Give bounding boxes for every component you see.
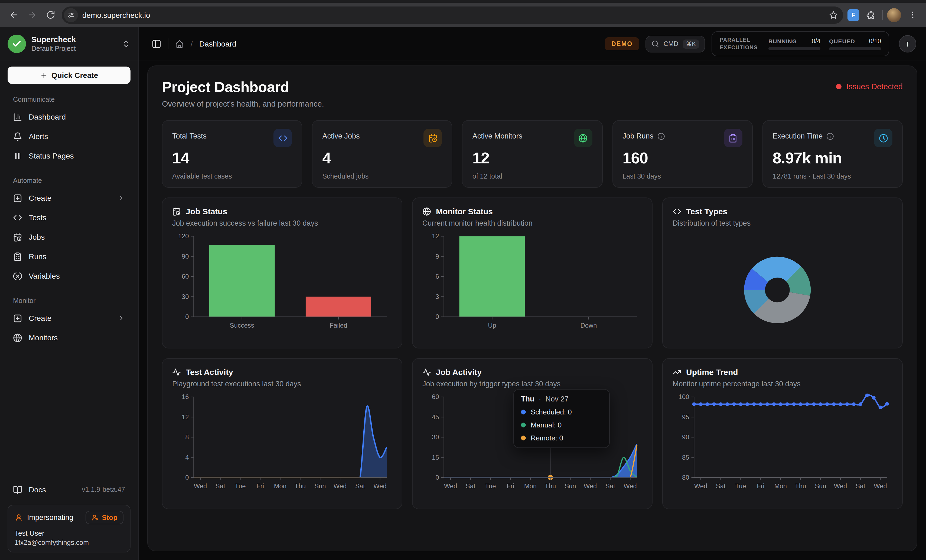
browser-menu-icon[interactable] [905,8,920,22]
sidebar-item-monitors[interactable]: Monitors [8,328,130,347]
demo-badge: DEMO [605,37,639,50]
info-icon[interactable] [826,132,834,140]
chart-tooltip: Thu · Nov 27 Scheduled: 0 Manual: 0 Remo… [513,389,610,448]
svg-text:Sat: Sat [355,482,365,490]
stat-footnote: of 12 total [472,173,592,180]
svg-text:Sat: Sat [466,482,475,490]
job-activity-chart: 015304560WedSatTueFriMonThuSunWedSatWed … [422,391,642,500]
sidebar-item-label: Create [29,314,51,323]
address-bar[interactable]: demo.supercheck.io [62,6,843,24]
version-label: v1.1.9-beta.47 [82,486,125,494]
monitor-status-card: Monitor Status Current monitor health di… [412,198,652,349]
home-icon[interactable] [175,39,184,48]
sidebar-item-jobs[interactable]: Jobs [8,228,130,246]
stat-footnote: 12781 runs · Last 30 days [773,173,893,180]
screen: demo.supercheck.io F Supercheck Default … [0,0,926,560]
quick-create-button[interactable]: Quick Create [8,66,130,84]
reload-icon [43,8,57,22]
sidebar-item-docs[interactable]: Docs v1.1.9-beta.47 [8,481,130,498]
sidebar-item-variables[interactable]: Variables [8,267,130,285]
globe-icon [574,129,592,147]
svg-text:Thu: Thu [795,482,806,490]
stat-card-active-monitors: Active Monitors 12 of 12 total [462,120,602,188]
svg-text:Up: Up [488,322,496,329]
stat-card-active-jobs: Active Jobs 4 Scheduled jobs [312,120,452,188]
chart-title: Uptime Trend [686,367,738,377]
header-divider [168,38,168,49]
series-dot-icon [521,410,526,414]
svg-text:Fri: Fri [507,482,514,490]
svg-text:45: 45 [432,414,439,421]
svg-text:85: 85 [682,454,689,461]
stat-card-execution-time: Execution Time 8.97k min 12781 runs · La… [763,120,903,188]
chevrons-up-down-icon [122,39,130,48]
info-icon[interactable] [657,132,665,140]
stat-value: 4 [322,149,442,167]
stop-impersonating-button[interactable]: Stop [86,511,124,524]
globe-icon [13,333,22,342]
svg-text:30: 30 [432,433,439,441]
sidebar-item-create[interactable]: Create [8,309,130,328]
svg-text:Down: Down [581,322,597,329]
tooltip-row: Remote: 0 [521,434,602,442]
sidebar-item-create[interactable]: Create [8,189,130,207]
queued-value: 0/10 [869,38,881,44]
svg-text:16: 16 [182,393,189,400]
site-settings-icon[interactable] [64,8,78,22]
chart-title: Test Types [686,207,727,216]
status-dot-icon [836,84,841,89]
quick-create-label: Quick Create [51,71,98,80]
svg-text:12: 12 [182,414,189,421]
svg-text:90: 90 [182,253,189,260]
job-status-chart: 0306090120SuccessFailed [172,231,392,339]
extension-icon[interactable]: F [847,9,859,21]
chevron-right-icon [118,314,125,322]
user-x-icon [92,514,98,521]
sidebar-item-dashboard[interactable]: Dashboard [8,108,130,126]
clock-icon [874,129,893,147]
project-switcher[interactable]: Supercheck Default Project [0,27,138,61]
svg-text:Thu: Thu [295,482,306,490]
chart-subtitle: Job execution success vs failure last 30… [172,219,392,227]
sidebar-item-label: Jobs [29,232,45,241]
forward-button[interactable] [25,8,39,22]
bookmark-star-icon[interactable] [827,8,840,21]
tooltip-date: Nov 27 [546,395,569,403]
breadcrumb: Dashboard [199,39,236,48]
svg-text:Wed: Wed [874,482,887,490]
chart-title: Test Activity [186,367,233,377]
svg-text:Mon: Mon [274,482,286,490]
series-dot-icon [521,436,526,441]
supercheck-logo-icon [8,35,26,53]
svg-text:80: 80 [682,474,689,481]
activity-icon [172,368,181,376]
stat-label: Job Runs [622,132,653,140]
back-arrow-icon [6,8,21,22]
user-avatar[interactable]: T [899,35,916,53]
svg-text:Fri: Fri [757,482,764,490]
reload-button[interactable] [43,8,57,22]
tooltip-row: Manual: 0 [521,421,602,429]
svg-text:8: 8 [185,433,189,441]
command-search[interactable]: CMD ⌘K [646,35,705,52]
status-badge: Issues Detected [836,82,903,91]
status-bars-icon [13,151,22,160]
sidebar-item-runs[interactable]: Runs [8,247,130,266]
stat-label: Execution Time [773,132,823,140]
stat-value: 160 [622,149,742,167]
extensions-puzzle-icon[interactable] [864,8,878,22]
browser-profile-avatar[interactable] [887,8,901,22]
clipboard-list-icon [13,252,22,261]
chart-title: Job Activity [436,367,482,377]
calendar-clock-icon [172,207,181,216]
section-label-communicate: Communicate [13,96,125,103]
back-button[interactable] [6,8,21,22]
sidebar-toggle-icon[interactable] [151,39,161,49]
sidebar-item-status-pages[interactable]: Status Pages [8,146,130,165]
sidebar-item-alerts[interactable]: Alerts [8,127,130,146]
bell-icon [13,132,22,141]
running-value: 0/4 [812,38,820,44]
svg-text:Wed: Wed [194,482,207,490]
url-text: demo.supercheck.io [82,11,823,19]
sidebar-item-tests[interactable]: Tests [8,208,130,227]
